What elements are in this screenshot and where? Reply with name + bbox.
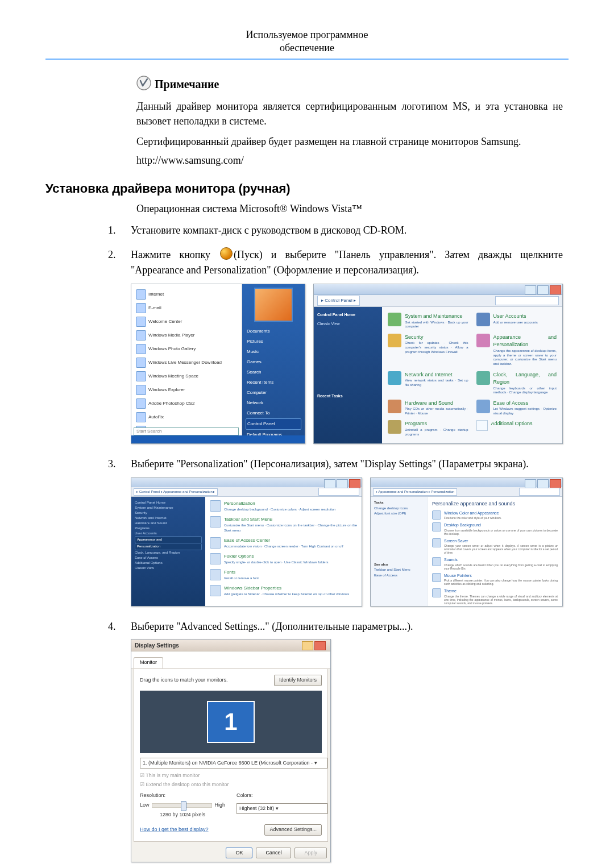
cp-category[interactable]: SecurityCheck for updates · Check this c… (388, 334, 468, 369)
cp-category[interactable]: User AccountsAdd or remove user accounts (476, 313, 557, 331)
maximize-button[interactable] (537, 479, 549, 488)
minimize-button[interactable] (525, 479, 536, 488)
minimize-button[interactable] (525, 285, 536, 294)
start-menu-item[interactable]: Welcome Center (135, 315, 238, 329)
close-button[interactable] (550, 285, 561, 294)
category-sub: Change the appearance of desktop items, … (493, 349, 557, 367)
start-right-item[interactable]: Documents (246, 326, 301, 337)
ap-item[interactable]: Windows Sidebar PropertiesAdd gadgets to… (210, 585, 357, 597)
cp-home[interactable]: Control Panel Home (317, 312, 379, 318)
see-also-link[interactable]: Ease of Access (374, 573, 424, 579)
maximize-button[interactable] (537, 285, 549, 294)
start-right-item[interactable]: Computer (246, 388, 301, 398)
ap-item[interactable]: Ease of Access CenterAccommodate low vis… (210, 537, 357, 549)
dialog-title: Display Settings (135, 641, 179, 650)
help-button[interactable] (302, 641, 313, 650)
advanced-settings-button[interactable]: Advanced Settings... (264, 824, 322, 836)
cp-side-link[interactable]: Programs (135, 526, 202, 531)
tasks-link[interactable]: Adjust font size (DPI) (374, 511, 424, 517)
app-icon (136, 303, 146, 313)
cancel-button[interactable]: Cancel (256, 848, 291, 859)
personalization-item[interactable]: Screen SaverChange your screen saver or … (432, 538, 558, 555)
start-right-item[interactable]: Pictures (246, 337, 301, 347)
item-sub: Install or remove a font (224, 576, 259, 581)
see-also-link[interactable]: Taskbar and Start Menu (374, 567, 424, 573)
start-menu-item[interactable]: Adobe Photoshop CS2 (135, 397, 238, 410)
search-box[interactable] (318, 488, 359, 496)
personalization-item[interactable]: Window Color and AppearanceFine tune the… (432, 510, 558, 520)
cp-side-link[interactable]: User Accounts (135, 531, 202, 536)
monitor-preview[interactable]: 1 (140, 691, 322, 753)
item-icon (210, 569, 221, 580)
cp-category[interactable]: Appearance and PersonalizationChange the… (476, 334, 557, 369)
personalization-item[interactable]: Desktop BackgroundChoose from available … (432, 522, 558, 535)
ap-item[interactable]: PersonalizationChange desktop background… (210, 500, 357, 512)
start-right-item[interactable]: Search (246, 367, 301, 377)
category-sub: View network status and tasks · Set up f… (405, 379, 468, 388)
item-sub: Change desktop background · Customize co… (224, 507, 335, 512)
samsung-link[interactable]: http://www.samsung.com/ (136, 155, 563, 167)
cp-side-link[interactable]: Control Panel Home (135, 500, 202, 505)
start-menu-item[interactable]: Windows Media Player (135, 329, 238, 342)
cp-category[interactable]: Network and InternetView network status … (388, 371, 468, 397)
ap-item[interactable]: Taskbar and Start MenuCustomize the Star… (210, 516, 357, 533)
cp-side-link[interactable]: Network and Internet (135, 516, 202, 521)
ap-item[interactable]: FontsInstall or remove a font (210, 569, 357, 581)
start-menu-item[interactable]: Windows Live Messenger Download (135, 356, 238, 369)
tasks-link[interactable]: Change desktop icons (374, 506, 424, 512)
start-right-item[interactable]: Games (246, 357, 301, 367)
address-bar[interactable]: ▸ Control Panel ▸ (317, 296, 360, 306)
search-box[interactable] (495, 296, 559, 305)
monitor-tab[interactable]: Monitor (134, 657, 163, 668)
personalization-item[interactable]: SoundsChange which sounds are heard when… (432, 557, 558, 570)
start-right-item[interactable]: Music (246, 347, 301, 357)
close-button[interactable] (314, 641, 326, 650)
cp-category[interactable]: Ease of AccessLet Windows suggest settin… (476, 400, 557, 418)
start-search[interactable]: Start Search (134, 427, 239, 435)
cp-category[interactable]: Clock, Language, and RegionChange keyboa… (476, 371, 557, 397)
start-right-item[interactable]: Connect To (246, 408, 301, 418)
start-menu-item[interactable]: Windows Explorer (135, 383, 238, 397)
cp-side-link[interactable]: Security (135, 510, 202, 516)
best-display-link[interactable]: How do I get the best display? (140, 826, 209, 834)
close-button[interactable] (349, 479, 360, 488)
section-title: Установка драйвера монитора (ручная) (45, 181, 569, 196)
cp-side-link[interactable]: Appearance and (135, 536, 202, 543)
colors-select[interactable]: Highest (32 bit) ▾ (237, 803, 327, 815)
start-right-item[interactable]: Recent Items (246, 377, 301, 388)
item-icon (210, 516, 221, 528)
start-menu-item[interactable]: Internet (135, 288, 238, 301)
ok-button[interactable]: OK (226, 848, 252, 859)
address-bar[interactable]: ▸ Control Panel ▸ Appearance and Persona… (134, 488, 218, 496)
cp-category[interactable]: System and MaintenanceGet started with W… (388, 313, 468, 331)
identify-monitors-button[interactable]: Identify Monitors (274, 675, 322, 686)
classic-view[interactable]: Classic View (317, 321, 379, 327)
resolution-slider[interactable] (152, 803, 213, 808)
cp-category[interactable]: Additional Options (476, 420, 557, 439)
maximize-button[interactable] (337, 479, 348, 488)
cp-side-link[interactable]: Personalization (135, 543, 202, 550)
close-button[interactable] (550, 479, 561, 488)
monitor-select[interactable]: 1. (Multiple Monitors) on NVIDIA GeForce… (140, 758, 327, 769)
cp-side-link[interactable]: Additional Options (135, 560, 202, 566)
cp-category[interactable]: ProgramsUninstall a program · Change sta… (388, 420, 468, 439)
monitor-1[interactable]: 1 (207, 701, 255, 743)
cp-side-link[interactable]: System and Maintenance (135, 505, 202, 510)
cp-side-link[interactable]: Ease of Access (135, 555, 202, 560)
start-menu-item[interactable]: Windows Meeting Space (135, 369, 238, 383)
address-bar[interactable]: ▸ Appearance and Personalization ▸ Perso… (373, 488, 457, 496)
cp-side-link[interactable]: Hardware and Sound (135, 521, 202, 526)
start-menu-item[interactable]: AutoFix (135, 410, 238, 424)
start-right-item[interactable]: Control Panel (246, 418, 301, 430)
ap-item[interactable]: Folder OptionsSpecify single- or double-… (210, 553, 357, 565)
cp-category[interactable]: Hardware and SoundPlay CDs or other medi… (388, 400, 468, 418)
personalization-item[interactable]: Mouse PointersPick a different mouse poi… (432, 573, 558, 586)
search-box[interactable] (519, 488, 560, 496)
personalization-item[interactable]: ThemeChange the theme. Themes can change… (432, 588, 558, 605)
start-menu-item[interactable]: E-mail (135, 301, 238, 315)
cp-side-link[interactable]: Clock, Language, and Region (135, 550, 202, 555)
cp-side-link[interactable]: Classic View (135, 566, 202, 571)
minimize-button[interactable] (324, 479, 335, 488)
start-right-item[interactable]: Network (246, 398, 301, 408)
start-menu-item[interactable]: Windows Photo Gallery (135, 342, 238, 356)
